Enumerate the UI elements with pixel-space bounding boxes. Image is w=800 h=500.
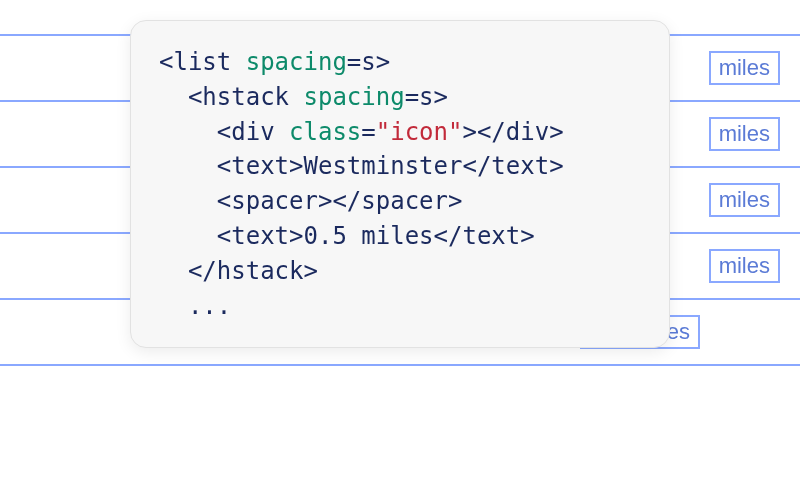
code-token: class bbox=[289, 118, 361, 146]
code-token: Westminster bbox=[304, 152, 463, 180]
code-token: <spacer></spacer> bbox=[159, 187, 462, 215]
code-token: </text> bbox=[434, 222, 535, 250]
code-token: spacing bbox=[304, 83, 405, 111]
code-token: </text> bbox=[462, 152, 563, 180]
code-snippet-card: <list spacing=s> <hstack spacing=s> <div… bbox=[130, 20, 670, 348]
code-token: =s> bbox=[405, 83, 448, 111]
code-token: <text> bbox=[159, 152, 304, 180]
code-token: <hstack bbox=[159, 83, 304, 111]
list-item bbox=[0, 364, 800, 432]
document-root: miles miles miles miles 10.5 miles <list… bbox=[0, 0, 800, 500]
code-token: =s> bbox=[347, 48, 390, 76]
code-token: spacing bbox=[246, 48, 347, 76]
distance-badge: miles bbox=[709, 51, 780, 85]
distance-badge: miles bbox=[709, 183, 780, 217]
code-token: = bbox=[361, 118, 375, 146]
code-token: <div bbox=[159, 118, 289, 146]
distance-badge: miles bbox=[709, 249, 780, 283]
code-block: <list spacing=s> <hstack spacing=s> <div… bbox=[159, 45, 641, 323]
code-token: </hstack> bbox=[159, 257, 318, 285]
distance-badge: miles bbox=[709, 117, 780, 151]
code-token: <text> bbox=[159, 222, 304, 250]
code-token: 0.5 miles bbox=[304, 222, 434, 250]
code-token: <list bbox=[159, 48, 246, 76]
code-token: ></div> bbox=[462, 118, 563, 146]
code-token: "icon" bbox=[376, 118, 463, 146]
code-token: ... bbox=[159, 292, 231, 320]
